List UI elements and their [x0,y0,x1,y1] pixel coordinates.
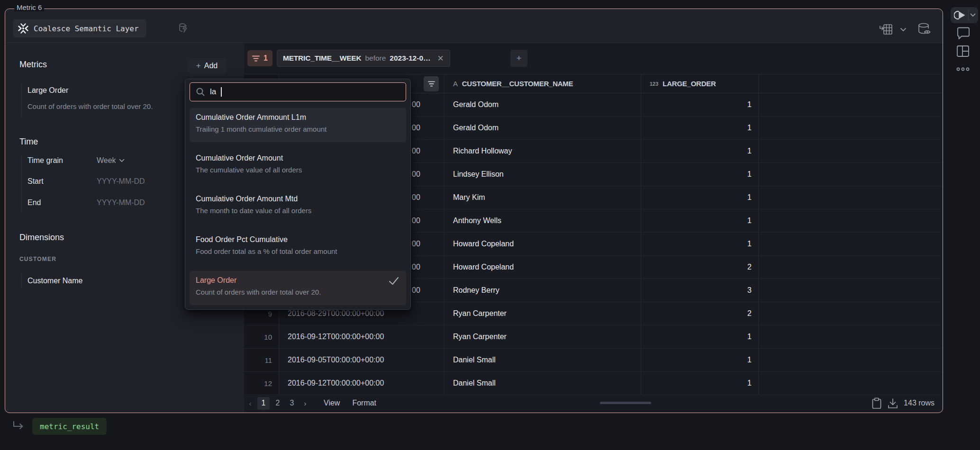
customer-name-cell: Gerald Odom [445,117,641,139]
date-cell: 2016-09-12T00:00:00+00:00 [279,372,445,395]
panel-header: Coalesce Semantic Layer [5,9,943,43]
filter-operator: before [365,54,386,63]
customer-name-cell: Ryan Carpenter [445,302,641,325]
dropdown-list: Cumulative Order Ammount L1m Trailing 1 … [190,108,406,305]
result-variable[interactable]: metric_result [32,418,107,435]
close-icon[interactable]: ✕ [437,54,444,63]
prev-page-button[interactable]: ‹ [244,399,256,407]
customer-name-cell: Mary Kim [445,186,641,209]
run-icon[interactable] [954,10,966,20]
filter-chip[interactable]: METRIC_TIME__WEEK before 2023-12-0… ✕ [277,50,450,67]
metric-search-dropdown: la Cumulative Order Ammount L1m Trailing… [185,79,411,310]
filler-cell [759,256,942,279]
chevron-down-icon[interactable] [900,27,907,32]
row-index: 11 [244,349,279,371]
filler-cell [759,140,942,162]
filter-icon [252,55,260,62]
add-metric-button[interactable]: + Add [188,58,226,73]
dropdown-item-title: Cumulative Order Amount [196,154,400,162]
filler-cell [759,163,942,186]
page-button-1[interactable]: 1 [257,397,270,410]
filler-cell [759,372,942,395]
table-row[interactable]: 10 2016-09-12T00:00:00+00:00 Ryan Carpen… [244,325,942,349]
dropdown-item[interactable]: Cumulative Order Amount The cumulative v… [190,149,406,183]
filler-cell [759,325,942,348]
large-order-column-header[interactable]: 123 LARGE_ORDER [641,74,759,93]
database-lightning-icon[interactable] [177,21,190,35]
dropdown-item-title: Large Order [196,276,400,285]
large-order-cell: 1 [641,372,759,395]
customer-name-cell: Ryan Carpenter [445,325,641,348]
format-button[interactable]: Format [352,399,376,407]
row-index: 12 [244,372,279,395]
add-label: Add [204,62,218,70]
source-chip[interactable]: Coalesce Semantic Layer [13,19,146,37]
customer-name-cell: Lindsey Ellison [445,163,641,186]
large-order-cell: 1 [641,140,759,162]
page-button-2[interactable]: 2 [272,397,284,410]
database-eye-icon[interactable] [917,22,933,36]
table-row[interactable]: 11 2016-09-05T00:00:00+00:00 Daniel Smal… [244,349,942,372]
large-order-cell: 1 [641,325,759,348]
metrics-guide [21,84,22,117]
dropdown-item[interactable]: Food Order Pct Cumulative Food order tot… [190,230,406,264]
column-filter-button[interactable] [424,76,439,91]
filler-cell [759,117,942,139]
cell-toolbar [949,0,980,450]
plus-icon: + [196,61,201,71]
search-icon [196,87,205,97]
dropdown-item[interactable]: Large Order Count of orders with order t… [190,271,406,305]
table-row[interactable]: 12 2016-09-12T00:00:00+00:00 Daniel Smal… [244,372,942,395]
download-icon[interactable] [887,397,898,409]
chevron-down-icon[interactable] [970,13,976,17]
filter-field: METRIC_TIME__WEEK [283,54,361,63]
time-heading: Time [19,137,38,147]
filter-bar: 1 METRIC_TIME__WEEK before 2023-12-0… ✕ … [244,43,942,74]
search-input[interactable]: la [190,82,406,101]
filler-cell [759,349,942,371]
page-button-3[interactable]: 3 [286,397,298,410]
empty-column-header [759,74,942,93]
filler-cell [759,279,942,302]
add-filter-button[interactable]: + [510,50,527,67]
filter-count-badge[interactable]: 1 [247,50,272,66]
chevron-down-icon [119,159,125,162]
ellipsis-icon[interactable] [956,67,971,71]
time-grain-label: Time grain [27,156,63,165]
layout-panels-icon[interactable] [956,45,970,57]
metric-item-name[interactable]: Large Order [27,86,68,95]
comment-icon[interactable] [956,27,971,40]
time-guide [21,155,22,212]
clipboard-icon[interactable] [871,397,882,409]
customer-name-cell: Daniel Small [445,372,641,395]
return-arrow-icon [12,421,25,432]
filler-cell [759,93,942,116]
filler-cell [759,233,942,255]
dropdown-item[interactable]: Cumulative Order Amount Mtd The month to… [190,189,406,224]
horizontal-scrollbar[interactable] [600,402,651,404]
dropdown-item-title: Cumulative Order Amount Mtd [196,195,400,203]
large-order-cell: 2 [641,302,759,325]
row-index: 10 [244,325,279,348]
next-page-button[interactable]: › [299,399,311,407]
metric-cell-panel: Coalesce Semantic Layer [5,9,943,413]
dimensions-heading: Dimensions [19,233,64,243]
column-label: LARGE_ORDER [662,80,716,88]
dimension-item[interactable]: Customer Name [27,277,82,285]
filler-cell [759,186,942,209]
source-chip-label: Coalesce Semantic Layer [34,24,139,33]
start-date-input[interactable]: YYYY-MM-DD [97,177,145,186]
run-button-group[interactable] [951,7,978,23]
table-import-icon[interactable] [879,23,893,36]
end-date-input[interactable]: YYYY-MM-DD [97,198,145,207]
filler-cell [759,302,942,325]
column-label: CUSTOMER__CUSTOMER_NAME [462,80,573,88]
time-grain-select[interactable]: Week [97,156,125,165]
dropdown-item[interactable]: Cumulative Order Ammount L1m Trailing 1 … [190,108,406,142]
metrics-heading: Metrics [19,60,47,70]
customer-name-column-header[interactable]: A CUSTOMER__CUSTOMER_NAME [445,74,641,93]
large-order-cell: 1 [641,93,759,116]
coalesce-logo-icon [18,23,29,34]
view-button[interactable]: View [324,399,340,407]
customer-name-cell: Howard Copeland [445,233,641,255]
